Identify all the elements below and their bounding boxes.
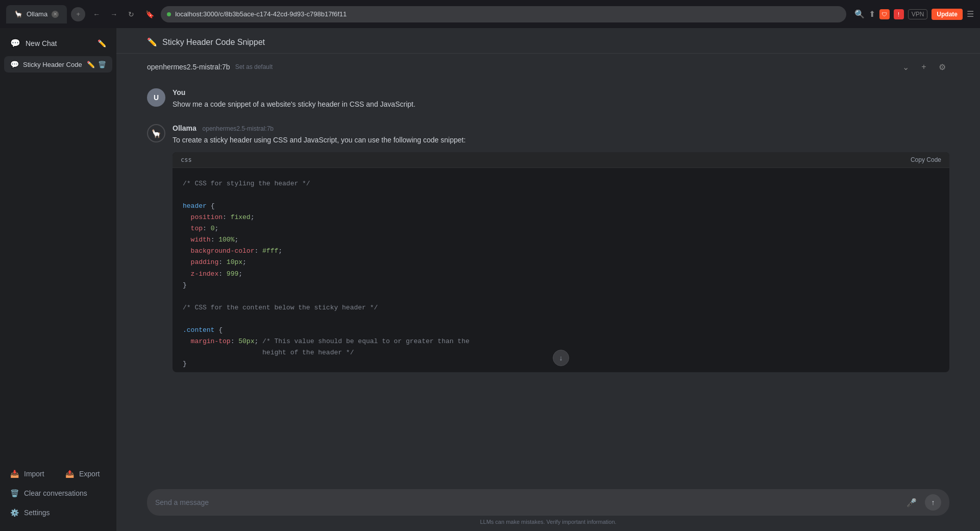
browser-bar: 🦙 Ollama ✕ + ← → ↻ 🔖 localhost:3000/c/8b… [0, 0, 980, 28]
url-display: localhost:3000/c/8b3b5ace-c174-42cd-9d93… [175, 10, 347, 18]
clear-icon: 🗑️ [10, 489, 19, 497]
edit-header-icon: ✏️ [147, 37, 157, 47]
app-body: 💬 New Chat ✏️ 💬 Sticky Header Code ✏️ 🗑️… [0, 28, 980, 531]
model-settings-button[interactable]: ⚙ [935, 60, 949, 74]
brave-shield-button[interactable]: 🛡 [879, 9, 890, 19]
message-ollama: 🦙 Ollama openhermes2.5-mistral:7b To cre… [147, 124, 949, 372]
new-tab-button[interactable]: + [71, 7, 85, 21]
copy-code-button[interactable]: Copy Code [911, 156, 941, 163]
disclaimer-text: LLMs can make mistakes. Verify important… [147, 516, 949, 527]
nav-controls: ← → ↻ [89, 7, 138, 21]
user-author-label: You [173, 88, 949, 96]
update-button[interactable]: Update [932, 9, 963, 20]
input-bar: 🎤 ↑ [147, 489, 949, 516]
tab-close-button[interactable]: ✕ [52, 11, 59, 18]
vpn-badge[interactable]: VPN [908, 9, 928, 19]
rename-icon[interactable]: ✏️ [87, 61, 95, 68]
message-input[interactable] [155, 498, 898, 506]
model-default-label: Set as default [235, 63, 273, 70]
main-content: ✏️ Sticky Header Code Snippet openhermes… [116, 28, 980, 531]
sidebar-item-sticky-header-code[interactable]: 💬 Sticky Header Code ✏️ 🗑️ [4, 56, 112, 73]
scroll-down-button[interactable]: ↓ [553, 350, 569, 366]
share-button[interactable]: ⬆ [869, 9, 875, 19]
delete-icon[interactable]: 🗑️ [98, 61, 106, 68]
edit-icon: ✏️ [97, 39, 106, 47]
sidebar-spacer [4, 75, 112, 465]
export-label: Export [79, 470, 100, 478]
model-add-button[interactable]: + [917, 60, 931, 74]
export-icon: 📤 [65, 470, 74, 478]
bookmark-button[interactable]: 🔖 [142, 7, 157, 21]
message-user: U You Show me a code snippet of a websit… [147, 88, 949, 110]
clear-label: Clear conversations [24, 489, 87, 497]
security-indicator [167, 12, 171, 16]
settings-label: Settings [24, 509, 50, 517]
page-title: Sticky Header Code Snippet [162, 38, 265, 47]
mic-button[interactable]: 🎤 [903, 494, 920, 511]
reload-button[interactable]: ↻ [124, 7, 138, 21]
code-block-wrapper: css Copy Code /* CSS for styling the hea… [173, 152, 949, 372]
ollama-avatar: 🦙 [147, 124, 165, 142]
model-name: openhermes2.5-mistral:7b [147, 63, 230, 71]
brave-alert-button[interactable]: ! [894, 9, 904, 19]
model-expand-button[interactable]: ⌄ [898, 60, 913, 74]
sidebar-bottom: 📥 Import 📤 Export 🗑️ Clear conversations… [4, 465, 112, 526]
ollama-model-sub: openhermes2.5-mistral:7b [203, 125, 274, 132]
ollama-message-text: To create a sticky header using CSS and … [173, 134, 949, 146]
send-button[interactable]: ↑ [925, 494, 941, 511]
model-selector-bar: openhermes2.5-mistral:7b Set as default … [116, 54, 980, 80]
code-block: css Copy Code /* CSS for styling the hea… [173, 152, 949, 372]
browser-tab[interactable]: 🦙 Ollama ✕ [6, 5, 67, 23]
code-header: css Copy Code [173, 152, 949, 168]
ollama-author-label: Ollama openhermes2.5-mistral:7b [173, 124, 949, 132]
settings-button[interactable]: ⚙️ Settings [4, 503, 112, 522]
chat-bubble-icon: 💬 [10, 38, 20, 48]
code-lang-label: css [181, 156, 192, 163]
page-header: ✏️ Sticky Header Code Snippet [116, 28, 980, 54]
new-chat-label: New Chat [26, 39, 57, 47]
sidebar-item-label: Sticky Header Code [23, 61, 82, 68]
forward-button[interactable]: → [107, 7, 121, 21]
clear-conversations-button[interactable]: 🗑️ Clear conversations [4, 484, 112, 502]
settings-icon: ⚙️ [10, 509, 19, 517]
message-icon: 💬 [10, 60, 19, 68]
code-body: /* CSS for styling the header */ header … [173, 168, 949, 372]
zoom-button[interactable]: 🔍 [854, 9, 865, 19]
back-button[interactable]: ← [89, 7, 104, 21]
input-area: 🎤 ↑ LLMs can make mistakes. Verify impor… [116, 483, 980, 531]
chat-container: U You Show me a code snippet of a websit… [116, 80, 980, 483]
import-button[interactable]: 📥 Import [4, 465, 57, 483]
user-message-text: Show me a code snippet of a website's st… [173, 99, 949, 110]
export-button[interactable]: 📤 Export [59, 465, 112, 483]
browser-actions: 🔍 ⬆ 🛡 ! VPN Update ☰ [854, 9, 974, 20]
import-label: Import [24, 470, 44, 478]
new-chat-button[interactable]: 💬 New Chat ✏️ [4, 33, 112, 53]
user-avatar: U [147, 88, 165, 107]
sidebar: 💬 New Chat ✏️ 💬 Sticky Header Code ✏️ 🗑️… [0, 28, 116, 531]
tab-favicon: 🦙 [14, 10, 22, 18]
import-icon: 📥 [10, 470, 19, 478]
tab-title: Ollama [27, 10, 47, 18]
menu-button[interactable]: ☰ [967, 9, 974, 19]
address-bar[interactable]: localhost:3000/c/8b3b5ace-c174-42cd-9d93… [161, 6, 846, 22]
